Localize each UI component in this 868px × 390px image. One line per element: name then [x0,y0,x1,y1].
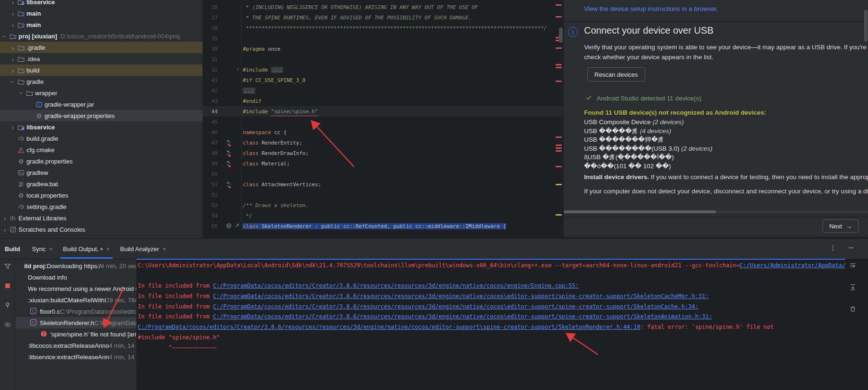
editor-line-26[interactable]: 26 * (INCLUDING NEGLIGENCE OR OTHERWISE)… [203,2,563,12]
filter-icon[interactable] [4,263,11,272]
editor-line-45[interactable]: 45 [203,117,563,127]
tree-item-libservice[interactable]: ›libservice [0,121,203,133]
file-link[interactable]: C:/ProgramData/cocos/editors/Creator/3.8… [213,303,699,310]
editor-line-31[interactable]: 31 [203,54,563,64]
navigate-arrows-icon[interactable] [224,181,234,190]
close-icon[interactable]: × [162,245,166,253]
error-stripe-mark[interactable] [556,4,562,6]
error-stripe-mark[interactable] [556,184,562,185]
assistant-scrollbar-thumb[interactable] [864,9,868,42]
error-stripe-mark[interactable] [556,67,562,68]
fold-chevron-icon[interactable]: › [236,66,239,72]
error-stripe-mark[interactable] [556,47,562,49]
build-tree-row[interactable]: We recommend using a newer Android Gra [16,283,136,294]
assistant-horizontal-scrollbar[interactable] [564,210,868,213]
tree-item-main[interactable]: ›main [0,8,203,19]
minimize-icon[interactable] [847,244,855,254]
scrollbar-thumb[interactable] [564,210,716,213]
error-stripe-mark[interactable] [556,81,562,82]
build-tree-row[interactable]: CSkeletonRenderer.h C:\ProgramData\coc [16,317,136,328]
pin-icon[interactable] [4,301,11,311]
tab-build-output-[interactable]: Build Output,× [58,239,115,259]
editor-line-48[interactable]: 48class RenderDrawInfo; [203,148,563,158]
file-link[interactable]: C:/Users/Administrator/AppData/Local/And [740,262,845,269]
chevron-icon[interactable]: › [1,226,9,233]
error-stripe-mark[interactable] [556,64,562,65]
editor-line-43[interactable]: 43#endif [203,96,563,106]
tree-item-gradlew.bat[interactable]: ›gradlew.bat [0,178,203,190]
editor-line-28[interactable]: 28 *************************************… [203,23,563,33]
close-icon[interactable]: × [49,245,53,253]
editor-line-49[interactable]: 49class Material; [203,158,563,169]
file-link[interactable]: C:/ProgramData/cocos/editors/Creator/3.8… [138,324,640,330]
tree-item-.gradle[interactable]: ›.gradle [0,42,203,53]
tree-item-external-libraries[interactable]: ›External Libraries [0,212,203,224]
tree-item-gradle-wrapper.jar[interactable]: ›gradle-wrapper.jar [0,99,203,110]
build-tree-row[interactable]: :xiuxian:buildCMakeRelWithI 28 sec, 784 … [16,294,136,306]
tree-item-local.properties[interactable]: ›local.properties [0,190,203,201]
navigate-arrows-icon[interactable] [224,139,234,149]
tree-item-proj-xiuxian-[interactable]: ›proj [xiuxian]D:\cocos_creator\h5v\buil… [0,30,203,42]
chevron-icon[interactable]: › [9,21,17,28]
tree-item-build.gradle[interactable]: ›build.gradle [0,133,203,144]
editor-line-41[interactable]: 41#if CC_USE_SPINE_3_8 [203,75,563,85]
chevron-icon[interactable]: › [9,55,17,63]
editor-line-55[interactable]: 55class SkeletonRenderer : public cc::Re… [203,221,563,231]
build-tree-row[interactable]: Download info [16,272,136,283]
close-icon[interactable]: × [106,245,110,253]
target-icon[interactable] [225,222,232,231]
chevron-icon[interactable]: › [18,89,25,97]
chevron-icon[interactable]: › [9,78,17,85]
tree-item-gradlew[interactable]: ›gradlew [0,167,203,178]
code-editor[interactable]: 26 * (INCLUDING NEGLIGENCE OR OTHERWISE)… [203,0,563,238]
build-tree-row[interactable]: 'spine/spine.h' file not found [arm64- [16,328,136,340]
preview-icon[interactable] [4,321,11,330]
editor-line-52[interactable]: 52 [203,190,563,200]
editor-line-46[interactable]: 46namespace cc { [203,127,563,137]
tree-item-scratches-and-consoles[interactable]: ›Scratches and Consoles [0,224,203,235]
tree-item-wrapper[interactable]: ›wrapper [0,87,203,99]
device-setup-link[interactable]: View the device setup instructions in a … [584,5,718,12]
editor-line-42[interactable]: 42... [203,85,563,96]
editor-line-44[interactable]: 44#include "spine/spine.h" [203,106,563,117]
error-stripe-mark[interactable] [556,16,562,18]
build-tree-row[interactable]: :libcocos:extractReleaseAnno 4 min, 14 s… [16,340,136,351]
tree-item-gradle-wrapper.properties[interactable]: ›gradle-wrapper.properties [0,110,203,121]
file-link[interactable]: C:/ProgramData/cocos/editors/Creator/3.8… [213,293,709,299]
scroll-end-icon[interactable] [849,283,857,293]
build-tree-row[interactable]: Cfloor0.c C:\ProgramData\cocos\editors\ [16,306,136,317]
editor-line-27[interactable]: 27 * THE SPINE RUNTIMES, EVEN IF ADVISED… [203,12,563,23]
tab-build-analyzer[interactable]: Build Analyzer× [115,239,171,259]
trash-icon[interactable] [849,305,857,315]
build-tree-row[interactable]: :libservice:extractReleaseAnn 4 min, 14 … [16,351,136,363]
error-stripe-mark[interactable] [556,136,562,138]
editor-line-54[interactable]: 54 */ [203,210,563,221]
chevron-icon[interactable]: › [9,44,17,51]
error-stripe-mark[interactable] [556,145,562,146]
tree-item-cfg.cmake[interactable]: ›cfg.cmake [0,144,203,155]
stop-icon[interactable] [4,282,11,291]
chevron-icon[interactable]: › [9,67,17,74]
error-stripe-mark[interactable] [556,166,562,167]
file-link[interactable]: C:/ProgramData/cocos/editors/Creator/3.8… [213,313,712,320]
error-stripe-mark[interactable] [556,150,562,152]
editor-line-53[interactable]: 53/** Draws a skeleton. [203,200,563,210]
editor-line-50[interactable]: 50 [203,169,563,179]
build-tree-row[interactable]: ild proj: Downloading https:/ 4 min, 20 … [16,260,136,272]
editor-line-47[interactable]: 47class RenderEntity; [203,137,563,148]
navigate-arrows-icon[interactable] [224,149,234,159]
tree-item-libservice[interactable]: ›libservice [0,0,203,8]
editor-line-51[interactable]: 51class AttachmentVertices; [203,179,563,190]
editor-line-32[interactable]: 32›#include ... [203,64,563,75]
tree-item-main[interactable]: ›main [0,19,203,30]
more-vert-icon[interactable] [829,244,837,254]
chevron-icon[interactable]: › [9,0,17,6]
build-console[interactable]: C:\Users\Administrator\AppData\Local\And… [136,259,845,390]
editor-line-29[interactable]: 29 [203,33,563,44]
editor-line-30[interactable]: 30#pragma once [203,44,563,54]
navigate-arrows-icon[interactable] [224,160,234,170]
editor-scrollbar-thumb[interactable] [559,27,563,43]
rescan-devices-button[interactable]: Rescan devices [587,67,645,82]
error-stripe-mark[interactable] [556,147,562,149]
related-symbol-icon[interactable] [233,222,240,231]
